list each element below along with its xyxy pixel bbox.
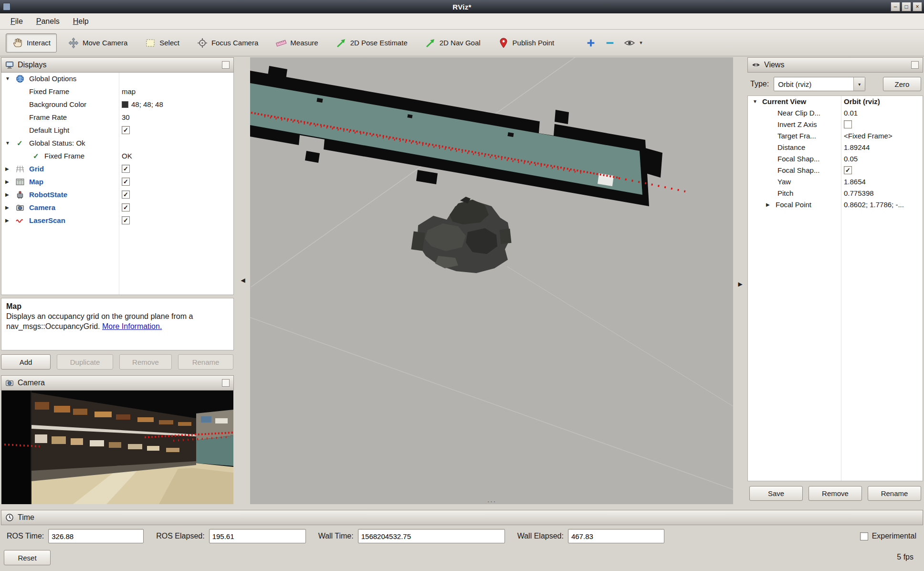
camera-panel-header: Camera [1, 375, 234, 391]
wall-elapsed-label: Wall Elapsed: [517, 532, 564, 540]
more-information-link[interactable]: More Information. [102, 322, 162, 330]
focus-camera-tool[interactable]: Focus Camera [190, 33, 264, 53]
move-camera-icon [68, 37, 79, 49]
expander-icon[interactable]: ▼ [753, 99, 757, 104]
robotstate-enabled-checkbox[interactable]: ✓ [122, 190, 130, 199]
tree-row-grid[interactable]: ▶ Grid ✓ [1, 163, 233, 176]
wall-time-input[interactable] [358, 529, 505, 543]
tree-row-background-color[interactable]: Background Color 48; 48; 48 [1, 98, 233, 111]
expander-icon[interactable]: ▶ [5, 205, 9, 210]
nav-goal-tool[interactable]: 2D Nav Goal [419, 33, 487, 53]
tool-visibility-button[interactable]: ▾ [620, 33, 646, 53]
move-camera-tool[interactable]: Move Camera [62, 33, 134, 53]
move-camera-tool-label: Move Camera [83, 39, 127, 47]
view-row-target-frame[interactable]: Target Fra... <Fixed Frame> [748, 130, 923, 142]
invert-z-checkbox[interactable] [844, 120, 852, 128]
displays-tree: ▼ Global Options Fixed Frame map Backgro… [1, 73, 234, 295]
splitter-handle[interactable]: ··· [487, 499, 496, 504]
view-row-pitch[interactable]: Pitch 0.775398 [748, 188, 923, 199]
expander-icon[interactable]: ▶ [5, 192, 9, 197]
display-description: Map Displays an occupancy grid on the gr… [1, 298, 234, 350]
views-panel-float-button[interactable] [911, 61, 919, 69]
rename-view-button[interactable]: Rename [868, 486, 921, 501]
publish-point-tool[interactable]: Publish Point [492, 33, 561, 53]
expander-icon[interactable]: ▶ [5, 166, 9, 171]
remove-tool-button[interactable] [601, 34, 619, 52]
measure-icon [275, 37, 287, 49]
laserscan-enabled-checkbox[interactable]: ✓ [122, 216, 130, 224]
camera-enabled-checkbox[interactable]: ✓ [122, 203, 130, 211]
measure-tool[interactable]: Measure [269, 33, 324, 53]
experimental-group: Experimental [860, 532, 916, 540]
time-panel-title: Time [18, 513, 34, 522]
ros-time-input[interactable] [48, 529, 144, 543]
select-icon [145, 37, 156, 49]
3d-viewport[interactable]: ··· [250, 57, 733, 504]
view-type-combo[interactable]: Orbit (rviz) ▾ [774, 77, 865, 91]
menu-file[interactable]: File [4, 15, 30, 28]
tree-row-global-options[interactable]: ▼ Global Options [1, 73, 233, 85]
focal-shape-checkbox[interactable]: ✓ [844, 166, 852, 174]
view-row-near-clip[interactable]: Near Clip D... 0.01 [748, 107, 923, 119]
save-view-button[interactable]: Save [749, 486, 803, 501]
ros-time-label: ROS Time: [7, 532, 44, 540]
grid-icon [16, 165, 24, 173]
close-button[interactable]: × [913, 2, 922, 11]
titlebar: RViz* – □ × [0, 0, 924, 13]
collapse-right-panel-arrow[interactable]: ▶ [736, 281, 744, 287]
collapse-left-panel-arrow[interactable]: ◀ [239, 277, 247, 284]
view-row-current-view[interactable]: ▼ Current View Orbit (rviz) [748, 96, 923, 107]
view-row-distance[interactable]: Distance 1.89244 [748, 142, 923, 153]
minimize-button[interactable]: – [891, 2, 900, 11]
toolbar: Interact Move Camera Select Focus Camera… [0, 30, 924, 56]
tree-row-global-status[interactable]: ▼ ✓ Global Status: Ok [1, 137, 233, 150]
view-row-invert-z[interactable]: Invert Z Axis [748, 119, 923, 130]
expander-icon[interactable]: ▶ [5, 218, 9, 223]
maximize-button[interactable]: □ [902, 2, 911, 11]
focus-camera-tool-label: Focus Camera [211, 39, 258, 47]
view-type-label: Type: [750, 80, 769, 88]
displays-panel-float-button[interactable] [222, 61, 230, 69]
status-ok-check-icon: ✓ [17, 139, 25, 148]
default-light-checkbox[interactable]: ✓ [122, 126, 130, 134]
select-tool[interactable]: Select [138, 33, 186, 53]
publish-point-tool-label: Publish Point [513, 39, 555, 47]
expander-icon[interactable]: ▼ [5, 140, 10, 146]
tree-row-map[interactable]: ▶ Map ✓ [1, 176, 233, 189]
view-row-focal-shape-fixed[interactable]: Focal Shap... ✓ [748, 165, 923, 176]
interact-tool[interactable]: Interact [6, 33, 57, 53]
view-row-focal-shape-size[interactable]: Focal Shap... 0.05 [748, 153, 923, 165]
wall-elapsed-input[interactable] [568, 529, 664, 543]
camera-icon [16, 203, 24, 212]
pose-estimate-tool[interactable]: 2D Pose Estimate [329, 33, 414, 53]
menu-panels[interactable]: Panels [30, 15, 66, 28]
tree-row-camera[interactable]: ▶ Camera ✓ [1, 201, 233, 214]
zero-view-button[interactable]: Zero [883, 77, 921, 91]
time-fields: ROS Time: ROS Elapsed: Wall Time: Wall E… [0, 528, 924, 544]
expander-icon[interactable]: ▼ [5, 76, 10, 81]
experimental-checkbox[interactable] [860, 532, 868, 540]
menu-help[interactable]: Help [66, 15, 95, 28]
reset-button[interactable]: Reset [4, 550, 51, 565]
tree-row-laserscan[interactable]: ▶ LaserScan ✓ [1, 214, 233, 227]
combo-arrow-icon: ▾ [853, 77, 865, 91]
remove-view-button[interactable]: Remove [808, 486, 862, 501]
tree-row-status-fixed-frame[interactable]: ✓ Fixed Frame OK [1, 150, 233, 163]
tree-row-default-light[interactable]: Default Light ✓ [1, 124, 233, 137]
expander-icon[interactable]: ▶ [766, 202, 770, 207]
view-row-focal-point[interactable]: ▶ Focal Point 0.8602; 1.7786; -... [748, 199, 923, 211]
add-display-button[interactable]: Add [1, 354, 51, 370]
camera-image-view [1, 391, 233, 504]
reset-row: Reset 5 fps [0, 549, 924, 568]
expander-icon[interactable]: ▶ [5, 179, 9, 184]
tree-row-fixed-frame[interactable]: Fixed Frame map [1, 85, 233, 98]
tree-row-robotstate[interactable]: ▶ RobotState ✓ [1, 189, 233, 201]
camera-panel-float-button[interactable] [222, 379, 230, 387]
add-tool-button[interactable] [582, 34, 599, 52]
ros-elapsed-input[interactable] [209, 529, 306, 543]
tree-row-frame-rate[interactable]: Frame Rate 30 [1, 111, 233, 124]
grid-enabled-checkbox[interactable]: ✓ [122, 165, 130, 173]
view-row-yaw[interactable]: Yaw 1.8654 [748, 176, 923, 188]
map-enabled-checkbox[interactable]: ✓ [122, 178, 130, 186]
pose-estimate-tool-label: 2D Pose Estimate [350, 39, 408, 47]
